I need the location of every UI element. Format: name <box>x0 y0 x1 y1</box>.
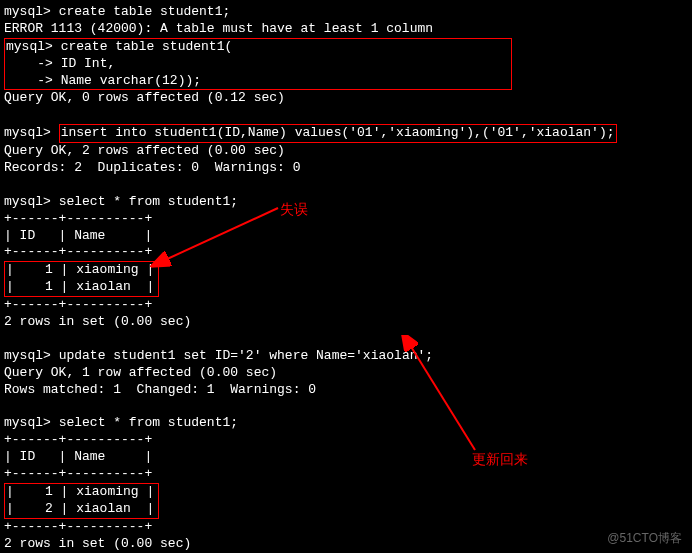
row-1-1: | 1 | xiaoming | <box>6 262 157 279</box>
highlight-rows-updated: | 1 | xiaoming | | 2 | xiaolan | <box>4 483 159 519</box>
cmd-create-l2: ID Int, <box>61 56 116 71</box>
arrow-updated-icon <box>395 335 515 465</box>
svg-line-3 <box>410 345 475 450</box>
highlight-create-block: mysql> create table student1( -> ID Int,… <box>4 38 512 91</box>
highlight-rows-mistake: | 1 | xiaoming | | 1 | xiaolan | <box>4 261 159 297</box>
cmd-update: update student1 set ID='2' where Name='x… <box>59 348 433 363</box>
row-2-2: | 2 | xiaolan | <box>6 501 157 518</box>
cmd-create-fail: create table student1; <box>59 4 231 19</box>
highlight-insert: insert into student1(ID,Name) values('01… <box>59 124 617 143</box>
msg-matched: Rows matched: 1 Changed: 1 Warnings: 0 <box>4 382 688 399</box>
msg-records: Records: 2 Duplicates: 0 Warnings: 0 <box>4 160 688 177</box>
table-header: | ID | Name | <box>4 228 688 245</box>
cmd-create-l1: create table student1( <box>61 39 233 54</box>
table-sep: +------+----------+ <box>4 211 688 228</box>
arrow-mistake-icon <box>150 200 290 280</box>
cmd-insert: insert into student1(ID,Name) values('01… <box>61 125 615 140</box>
row-1-2: | 1 | xiaolan | <box>6 279 157 296</box>
msg-ok-012: Query OK, 0 rows affected (0.12 sec) <box>4 90 688 107</box>
cmd-select-2: select * from student1; <box>59 415 238 430</box>
msg-ok-1: Query OK, 1 row affected (0.00 sec) <box>4 365 688 382</box>
prompt: mysql> <box>4 4 59 19</box>
msg-rows-2b: 2 rows in set (0.00 sec) <box>4 536 688 553</box>
msg-ok-2: Query OK, 2 rows affected (0.00 sec) <box>4 143 688 160</box>
row-2-1: | 1 | xiaoming | <box>6 484 157 501</box>
watermark: @51CTO博客 <box>607 531 682 547</box>
table-header-2: | ID | Name | <box>4 449 688 466</box>
error-msg: ERROR 1113 (42000): A table must have at… <box>4 21 688 38</box>
svg-line-1 <box>165 208 278 260</box>
terminal-output: mysql> create table student1; ERROR 1113… <box>4 4 688 553</box>
cmd-create-l3: Name varchar(12)); <box>61 73 201 88</box>
msg-rows-2a: 2 rows in set (0.00 sec) <box>4 314 688 331</box>
